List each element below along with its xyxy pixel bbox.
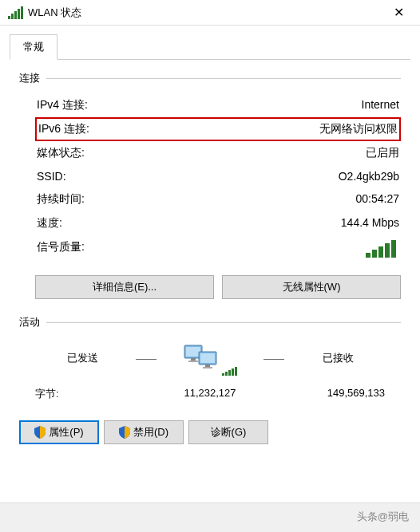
titlebar: WLAN 状态 ✕: [0, 0, 420, 26]
svg-rect-3: [188, 361, 198, 362]
tab-general[interactable]: 常规: [10, 34, 57, 60]
shield-icon: [34, 426, 46, 439]
details-button[interactable]: 详细信息(E)...: [35, 275, 214, 299]
duration-value: 00:54:27: [356, 192, 400, 207]
sent-header: 已发送: [35, 351, 129, 365]
media-label: 媒体状态:: [37, 146, 85, 160]
row-ipv4: IPv4 连接: Internet: [35, 93, 401, 117]
properties-label: 属性(P): [49, 425, 83, 439]
ipv6-label: IPv6 连接:: [38, 122, 89, 136]
network-activity-icon: [181, 341, 220, 376]
disable-button[interactable]: 禁用(D): [104, 420, 184, 444]
speed-label: 速度:: [37, 216, 62, 231]
section-activity-label: 活动: [19, 315, 401, 329]
ssid-label: SSID:: [37, 170, 66, 183]
speed-value: 144.4 Mbps: [341, 216, 399, 231]
disable-label: 禁用(D): [133, 425, 168, 439]
svg-rect-7: [203, 367, 212, 368]
svg-rect-5: [200, 353, 215, 363]
bytes-label: 字节:: [35, 387, 152, 401]
bytes-received-value: 149,569,133: [268, 387, 385, 401]
close-button[interactable]: ✕: [380, 0, 417, 26]
row-ipv6: IPv6 连接: 无网络访问权限: [35, 117, 401, 141]
properties-button[interactable]: 属性(P): [19, 420, 99, 444]
shield-icon: [119, 426, 130, 439]
section-connection-label: 连接: [19, 71, 401, 85]
row-speed: 速度: 144.4 Mbps: [35, 211, 401, 235]
signal-label: 信号质量:: [37, 240, 85, 258]
separator-right-icon: ——: [263, 353, 284, 365]
duration-label: 持续时间:: [37, 192, 85, 207]
wifi-icon: [8, 6, 23, 19]
watermark: 头条@弱电: [0, 502, 420, 532]
separator-left-icon: ——: [136, 353, 157, 365]
row-duration: 持续时间: 00:54:27: [35, 187, 401, 211]
window-title: WLAN 状态: [28, 6, 380, 20]
ipv6-value: 无网络访问权限: [319, 122, 398, 136]
bytes-sent-value: 11,232,127: [152, 387, 268, 401]
svg-rect-2: [191, 358, 196, 361]
diagnose-button[interactable]: 诊断(G): [188, 420, 268, 444]
svg-rect-1: [186, 347, 200, 357]
ipv4-label: IPv4 连接:: [37, 98, 88, 112]
row-ssid: SSID: O2.4gkb29b: [35, 165, 401, 187]
wireless-properties-button[interactable]: 无线属性(W): [222, 275, 401, 299]
svg-rect-6: [205, 365, 210, 367]
row-signal: 信号质量:: [35, 235, 401, 262]
mini-signal-icon: [222, 341, 237, 376]
row-media: 媒体状态: 已启用: [35, 141, 401, 165]
ipv4-value: Internet: [362, 98, 399, 112]
signal-bars-icon: [366, 240, 396, 258]
ssid-value: O2.4gkb29b: [339, 170, 399, 183]
media-value: 已启用: [366, 146, 399, 160]
received-header: 已接收: [291, 351, 385, 365]
